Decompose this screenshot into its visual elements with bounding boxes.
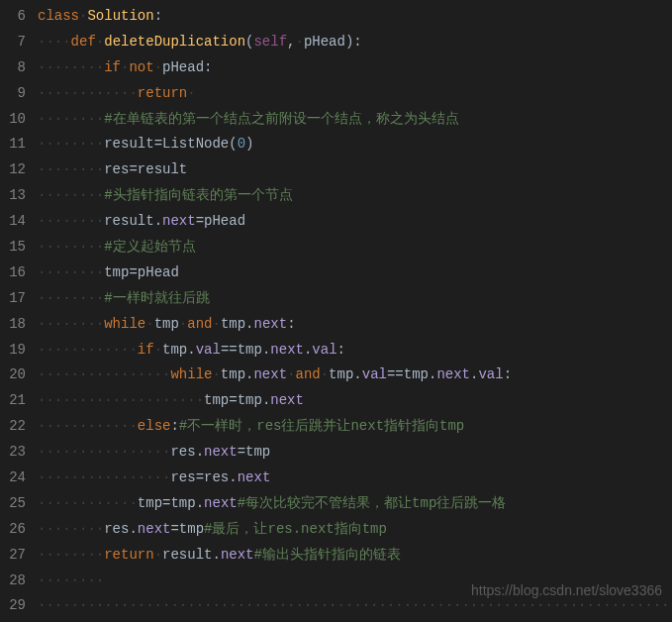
code-line[interactable]: ········res=result [38,157,672,183]
token-ident: tmp [404,366,429,382]
token-ws: · [212,366,220,382]
token-ws: ············ [38,85,138,101]
token-ident: tmp [329,366,353,382]
token-op: : [504,366,512,382]
token-num: 0 [238,136,245,152]
code-line[interactable]: ····def·deleteDuplication(self,·pHead): [38,30,672,55]
token-ws: ················ [38,366,170,382]
token-cmt: #每次比较完不管结果，都让tmp往后跳一格 [238,495,507,511]
code-line[interactable]: ········tmp=pHead [38,260,672,286]
code-line[interactable]: ············tmp=tmp.next#每次比较完不管结果，都让tmp… [38,491,672,517]
code-line[interactable]: ············if·tmp.val==tmp.next.val: [38,338,672,363]
token-prop: next [162,213,196,229]
line-number: 12 [4,157,26,183]
code-area[interactable]: class·Solution:····def·deleteDuplication… [34,0,672,622]
token-op: = [196,213,204,229]
code-line[interactable]: class·Solution: [38,4,672,30]
token-kw: while [104,316,145,332]
token-ident: pHead [162,59,204,75]
code-line[interactable]: ········ [38,569,672,594]
token-kw: return [138,85,187,101]
token-ws: ········ [38,136,104,152]
token-prop: val [362,366,387,382]
code-line[interactable]: ················res.next=tmp [38,440,672,466]
line-number: 22 [4,414,26,440]
token-kw: def [71,34,96,50]
token-ws: ········ [38,111,104,127]
code-line[interactable]: ········res.next=tmp#最后，让res.next指向tmp [38,517,672,543]
token-ident: res [170,444,195,460]
token-prop: val [478,366,503,382]
code-line[interactable]: ········result=ListNode(0) [38,132,672,157]
token-ident: result [104,136,153,152]
token-op: . [154,213,162,229]
token-op: . [196,444,204,460]
token-prop: next [270,392,304,408]
token-ws: ········ [38,521,104,537]
token-ws: ········ [38,572,104,588]
code-line[interactable]: ········································… [38,593,672,619]
token-prop: next [138,521,171,537]
token-fn: deleteDuplication [104,34,245,50]
token-kw: return [104,547,153,563]
code-line[interactable]: ········#一样时就往后跳 [38,286,672,312]
token-ws: · [145,316,153,332]
token-cmt: #最后，让res.next指向tmp [204,521,387,537]
code-line[interactable]: ············return· [38,81,672,107]
token-ident: tmp [179,521,204,537]
line-number: 9 [4,81,26,107]
token-op: : [337,342,345,358]
code-line[interactable]: ········return·result.next#输出头指针指向的链表 [38,543,672,569]
token-kw: while [170,366,212,382]
token-cmt: #输出头指针指向的链表 [253,547,400,563]
line-number: 15 [4,235,26,260]
code-editor[interactable]: 6789101112131415161718192021222324252627… [0,0,672,622]
line-number: 25 [4,491,26,517]
token-ws: ···· [38,34,71,50]
code-line[interactable]: ····················tmp=tmp.next [38,388,672,414]
line-number: 28 [4,569,26,594]
token-ident: tmp [104,264,129,280]
code-line[interactable]: ········if·not·pHead: [38,55,672,81]
token-ws: ········ [38,547,104,563]
token-ws: · [179,316,187,332]
token-prop: next [204,444,238,460]
line-number: 17 [4,286,26,312]
line-number: 23 [4,440,26,466]
code-line[interactable]: ················res=res.next [38,466,672,491]
line-number: 16 [4,260,26,286]
token-op: = [229,392,237,408]
token-cmt: #头指针指向链表的第一个节点 [104,187,292,203]
token-cmt: #定义起始节点 [104,239,195,255]
token-ws: ············ [38,495,138,511]
line-number: 29 [4,593,26,619]
token-ident: pHead [204,213,245,229]
token-op: . [353,366,361,382]
token-kw: not [129,59,153,75]
token-op: . [245,316,253,332]
code-line[interactable]: ········result.next=pHead [38,209,672,235]
code-line[interactable]: ············else:#不一样时，res往后跳并让next指针指向t… [38,414,672,440]
token-op: . [187,342,195,358]
token-ws: ········································… [38,597,670,613]
line-number: 8 [4,55,26,81]
token-op: = [170,521,178,537]
token-ws: ············ [38,342,138,358]
code-line[interactable]: ········#在单链表的第一个结点之前附设一个结点，称之为头结点 [38,107,672,133]
token-ws: ············ [38,418,138,434]
line-number: 7 [4,30,26,55]
token-prop: val [196,342,221,358]
token-cmt: #不一样时，res往后跳并让next指针指向tmp [179,418,464,434]
token-kw: and [295,366,320,382]
code-line[interactable]: ················while·tmp.next·and·tmp.v… [38,363,672,388]
token-prop: next [270,342,304,358]
token-ws: ········ [38,316,104,332]
code-line[interactable]: ········#头指针指向链表的第一个节点 [38,183,672,209]
token-ws: · [321,366,329,382]
token-ws: ········ [38,264,104,280]
token-ident: res [104,521,129,537]
code-line[interactable]: ········#定义起始节点 [38,235,672,260]
token-ident: res [104,161,129,177]
token-ident: res [170,469,195,485]
code-line[interactable]: ········while·tmp·and·tmp.next: [38,312,672,338]
